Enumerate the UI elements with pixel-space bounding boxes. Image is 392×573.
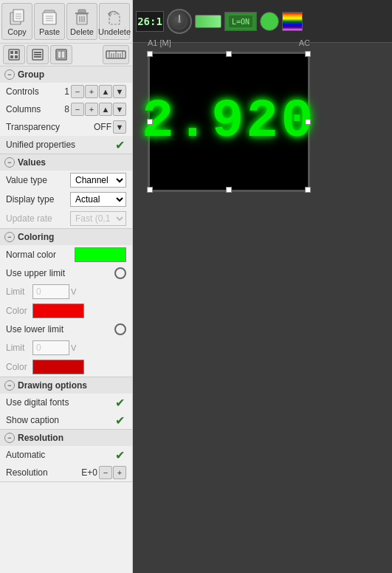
value-type-label: Value type [6, 175, 70, 185]
handle-ml[interactable] [147, 119, 153, 125]
controls-label: Controls [6, 86, 64, 97]
lower-color-swatch[interactable] [32, 360, 84, 374]
update-rate-label: Update rate [6, 213, 70, 224]
svg-rect-18 [10, 51, 13, 54]
handle-bl[interactable] [147, 187, 153, 193]
coloring-collapse-icon: − [4, 232, 15, 242]
svg-rect-10 [78, 10, 86, 13]
normal-color-swatch[interactable] [75, 247, 126, 262]
show-caption-row: Show caption ✔ [0, 411, 132, 429]
topbar-gauge [167, 9, 192, 34]
use-lower-label: Use lower limit [6, 324, 114, 334]
topbar-status-btn[interactable]: L=ON [224, 12, 257, 31]
controls-plus-btn[interactable]: + [85, 85, 98, 98]
undelete-label: Undelete [98, 27, 131, 36]
unified-check[interactable]: ✔ [113, 138, 126, 151]
digital-fonts-label: Use digital fonts [6, 397, 113, 408]
group-section-header[interactable]: − Group [0, 66, 132, 83]
handle-tr[interactable] [305, 51, 311, 57]
svg-text:L=ON: L=ON [232, 18, 250, 26]
paste-button[interactable]: Paste [34, 3, 65, 40]
undelete-icon [104, 7, 125, 27]
small-toolbar [0, 44, 132, 66]
drawing-collapse-icon: − [4, 380, 15, 391]
handle-bc[interactable] [226, 187, 232, 193]
topbar-digit-display: 26:1 [136, 11, 164, 32]
values-section-header[interactable]: − Values [0, 154, 132, 171]
resolution-minus-btn[interactable]: − [99, 466, 112, 479]
controls-down-btn[interactable]: ▼ [113, 85, 126, 98]
columns-minus-btn[interactable]: − [71, 103, 84, 116]
controls-stepper: − + ▲ ▼ [71, 85, 126, 98]
controls-minus-btn[interactable]: − [71, 85, 84, 98]
led-channel-label: A1 [M] [148, 38, 171, 47]
copy-button[interactable]: Copy [1, 3, 32, 40]
digital-fonts-check[interactable]: ✔ [113, 396, 126, 409]
paste-label: Paste [39, 27, 60, 36]
unified-row: Unified properties ✔ [0, 136, 132, 154]
undelete-button[interactable]: Undelete [99, 3, 130, 40]
resolution-label: Resolution [6, 467, 81, 478]
upper-limit-row: Limit V [0, 282, 132, 301]
copy-icon [7, 7, 27, 27]
show-caption-check[interactable]: ✔ [113, 414, 126, 427]
coloring-title: Coloring [18, 232, 54, 242]
automatic-check[interactable]: ✔ [113, 448, 126, 462]
handle-mr[interactable] [305, 119, 311, 125]
topbar-colorbar [282, 12, 303, 31]
resolution-plus-btn[interactable]: + [113, 466, 126, 479]
columns-plus-btn[interactable]: + [85, 103, 98, 116]
lower-limit-row: Limit V [0, 338, 132, 357]
show-caption-label: Show caption [6, 415, 113, 425]
columns-up-btn[interactable]: ▲ [99, 103, 112, 116]
columns-down-btn[interactable]: ▼ [113, 103, 126, 116]
transparency-down-btn[interactable]: ▼ [113, 120, 126, 134]
led-widget-container[interactable]: A1 [M] AC 2.920 [148, 52, 310, 192]
update-rate-select[interactable]: Fast (0,1 s) [70, 211, 126, 226]
coloring-section: − Coloring Normal color Use upper limit … [0, 229, 132, 377]
delete-button[interactable]: Delete [66, 3, 97, 40]
display-type-select[interactable]: Actual Min Max Average [70, 192, 126, 207]
upper-color-swatch[interactable] [32, 303, 84, 318]
view-btn-1[interactable] [3, 45, 25, 64]
svg-rect-24 [34, 54, 41, 55]
handle-br[interactable] [305, 187, 311, 193]
upper-color-label: Color [6, 306, 32, 316]
led-display[interactable]: 2.920 [148, 52, 310, 192]
handle-tl[interactable] [147, 51, 153, 57]
measure-btn[interactable] [103, 45, 129, 64]
lower-limit-input[interactable] [32, 340, 69, 355]
resolution-section-content: Automatic ✔ Resolution E+0 − + [0, 446, 132, 481]
drawing-section-header[interactable]: − Drawing options [0, 377, 132, 394]
use-upper-radio[interactable] [114, 267, 126, 279]
led-value: 2.920 [142, 92, 316, 152]
handle-tc[interactable] [226, 51, 232, 57]
lower-limit-label: Limit [6, 343, 32, 353]
controls-up-btn[interactable]: ▲ [99, 85, 112, 98]
coloring-section-content: Normal color Use upper limit Limit V Col… [0, 245, 132, 377]
use-lower-radio[interactable] [114, 323, 126, 335]
display-type-row: Display type Actual Min Max Average [0, 190, 132, 209]
lower-color-label: Color [6, 362, 32, 372]
coloring-section-header[interactable]: − Coloring [0, 229, 132, 245]
view-btn-2[interactable] [27, 45, 49, 64]
values-title: Values [18, 157, 46, 168]
drawing-section: − Drawing options Use digital fonts ✔ Sh… [0, 377, 132, 430]
resolution-collapse-icon: − [4, 433, 15, 443]
resolution-section: − Resolution Automatic ✔ Resolution E+0 … [0, 430, 132, 482]
view-btn-3[interactable] [50, 45, 72, 64]
group-title: Group [18, 69, 44, 80]
upper-limit-input[interactable] [32, 284, 69, 299]
resolution-row: Resolution E+0 − + [0, 464, 132, 481]
digital-fonts-row: Use digital fonts ✔ [0, 394, 132, 411]
values-collapse-icon: − [4, 157, 15, 168]
value-type-select[interactable]: Channel Constant Variable [70, 173, 126, 188]
led-ac-label: AC [299, 38, 310, 47]
drawing-section-content: Use digital fonts ✔ Show caption ✔ [0, 394, 132, 429]
resolution-section-header[interactable]: − Resolution [0, 430, 132, 446]
value-type-row: Value type Channel Constant Variable [0, 171, 132, 190]
normal-color-row: Normal color [0, 245, 132, 264]
copy-label: Copy [7, 27, 27, 36]
lower-color-row: Color [0, 357, 132, 377]
display-type-label: Display type [6, 194, 70, 205]
